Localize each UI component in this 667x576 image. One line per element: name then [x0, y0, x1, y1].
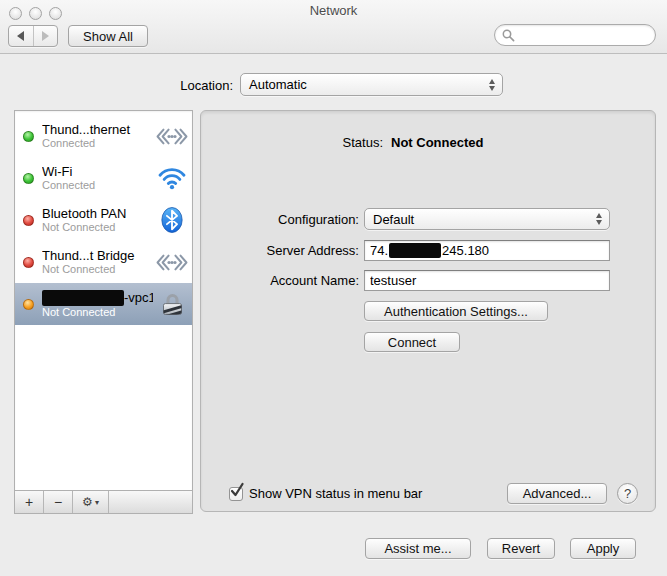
configuration-label: Configuration:	[201, 212, 359, 227]
configuration-value: Default	[373, 212, 414, 227]
configuration-popup[interactable]: Default	[364, 208, 610, 230]
show-all-button[interactable]: Show All	[68, 25, 148, 47]
location-label: Location:	[0, 78, 233, 93]
back-icon	[17, 31, 24, 41]
service-row-thunderbolt-ethernet[interactable]: Thund...thernet Connected	[15, 115, 192, 157]
status-dot-amber	[23, 299, 34, 310]
status-dot-green	[23, 131, 34, 142]
account-name-field[interactable]	[364, 270, 610, 291]
authentication-settings-button[interactable]: Authentication Settings...	[364, 301, 548, 321]
gear-icon: ⚙	[82, 496, 93, 508]
search-input[interactable]	[519, 27, 655, 44]
redacted-service-name-box	[42, 290, 124, 306]
wifi-icon	[153, 166, 191, 190]
bluetooth-icon	[153, 206, 191, 234]
server-address-field[interactable]: 74.245.180	[364, 240, 610, 261]
network-preferences-window: Network Show All Location: Automatic Thu…	[0, 0, 667, 576]
chevron-down-icon: ▾	[95, 498, 99, 507]
server-address-suffix: 245.180	[442, 243, 489, 258]
server-address-label: Server Address:	[201, 243, 359, 258]
service-row-thunderbolt-bridge[interactable]: Thund...t Bridge Not Connected	[15, 241, 192, 283]
history-nav	[8, 25, 58, 47]
service-name: -vpc1	[124, 290, 153, 305]
back-button[interactable]	[9, 26, 33, 46]
service-name: Wi-Fi	[42, 164, 153, 179]
popup-stepper-icon	[489, 79, 495, 91]
thunderbolt-bridge-icon	[153, 253, 191, 272]
service-row-bluetooth-pan[interactable]: Bluetooth PAN Not Connected	[15, 199, 192, 241]
services-list: Thund...thernet Connected Wi-	[15, 111, 192, 325]
status-value: Not Connected	[391, 135, 483, 150]
status-dot-green	[23, 173, 34, 184]
status-dot-red	[23, 257, 34, 268]
services-sidebar: Thund...thernet Connected Wi-	[14, 110, 193, 514]
service-status: Connected	[42, 137, 153, 150]
service-status: Not Connected	[42, 221, 153, 234]
server-address-prefix: 74.	[370, 243, 388, 258]
forward-icon	[42, 31, 49, 41]
show-vpn-status-checkbox[interactable]	[229, 487, 243, 501]
service-name: Thund...thernet	[42, 122, 153, 137]
service-name: Bluetooth PAN	[42, 206, 153, 221]
add-service-button[interactable]: +	[15, 491, 44, 513]
location-value: Automatic	[249, 77, 307, 92]
advanced-button[interactable]: Advanced...	[507, 483, 607, 504]
service-row-vpn-selected[interactable]: -vpc1 Not Connected	[15, 283, 192, 325]
revert-button[interactable]: Revert	[487, 538, 555, 559]
service-status: Not Connected	[42, 306, 153, 319]
redacted-ip-box	[389, 243, 441, 258]
service-status: Not Connected	[42, 263, 153, 276]
search-icon	[502, 29, 515, 42]
service-actions-menu-button[interactable]: ⚙▾	[73, 491, 109, 513]
show-vpn-status-label: Show VPN status in menu bar	[249, 486, 422, 501]
remove-service-button[interactable]: −	[44, 491, 73, 513]
status-dot-red	[23, 215, 34, 226]
service-status: Connected	[42, 179, 153, 192]
location-popup[interactable]: Automatic	[240, 73, 503, 96]
checkmark-icon	[230, 483, 244, 499]
popup-stepper-icon	[596, 213, 602, 225]
assist-me-button[interactable]: Assist me...	[365, 538, 471, 559]
search-field[interactable]	[494, 24, 656, 46]
apply-button[interactable]: Apply	[570, 538, 636, 559]
service-name: Thund...t Bridge	[42, 248, 153, 263]
thunderbolt-ethernet-icon	[153, 127, 191, 146]
title-bar: Network Show All	[0, 0, 667, 54]
status-label: Status:	[201, 135, 383, 150]
connection-detail-panel: Status: Not Connected Configuration: Def…	[200, 110, 656, 512]
forward-button[interactable]	[33, 26, 58, 46]
account-name-label: Account Name:	[201, 273, 359, 288]
help-button[interactable]: ?	[617, 483, 638, 504]
service-list-actions: + − ⚙▾	[15, 490, 192, 513]
connect-button[interactable]: Connect	[364, 332, 460, 352]
window-title: Network	[0, 3, 667, 18]
vpn-lock-icon	[153, 291, 191, 318]
service-row-wifi[interactable]: Wi-Fi Connected	[15, 157, 192, 199]
